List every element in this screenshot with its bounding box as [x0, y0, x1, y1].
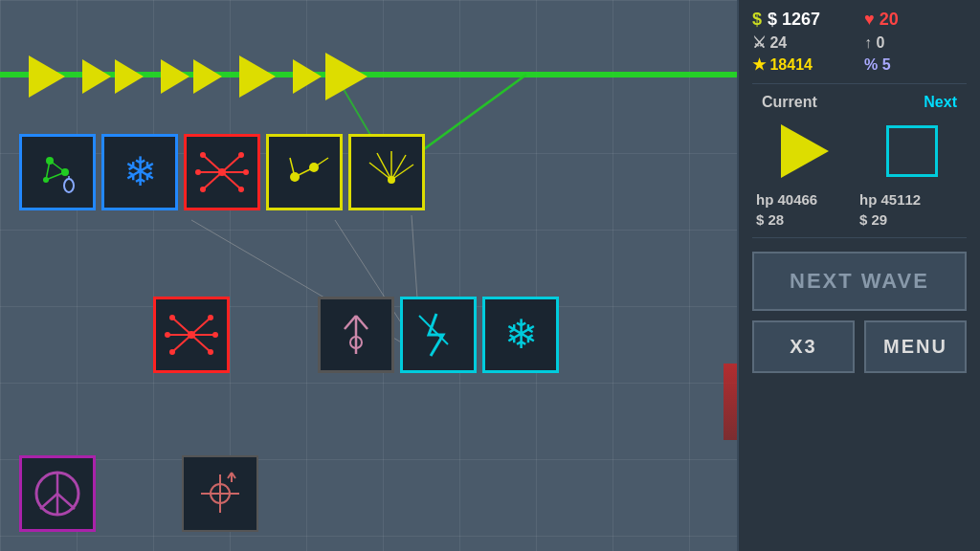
- next-hp: hp 45112: [859, 191, 963, 208]
- tower-empty[interactable]: [318, 297, 394, 373]
- tower-lightning[interactable]: [400, 297, 477, 373]
- svg-line-52: [356, 316, 368, 329]
- right-panel: $ $ 1267 ♥ 20 ⚔ 24 ↑ 0 ★ 18414 % 5 Curre…: [737, 0, 980, 551]
- svg-line-10: [46, 172, 65, 180]
- sword-value: ⚔ 24: [752, 33, 787, 52]
- enemy-1: [29, 55, 65, 98]
- svg-line-38: [172, 318, 191, 335]
- tower-freeze-2[interactable]: ❄: [482, 297, 559, 373]
- svg-point-11: [64, 179, 74, 192]
- svg-line-18: [203, 172, 222, 189]
- svg-line-42: [172, 335, 191, 352]
- sword-stat: ⚔ 24: [752, 33, 855, 52]
- current-cost: $ 28: [756, 211, 859, 228]
- svg-line-41: [191, 335, 211, 352]
- star-value: ★ 18414: [752, 55, 813, 74]
- svg-line-36: [391, 165, 413, 180]
- next-cost: $ 29: [859, 211, 963, 228]
- enemy-3: [161, 59, 222, 94]
- svg-point-25: [195, 169, 201, 175]
- arrow-stat: ↑ 0: [864, 33, 967, 52]
- hp-cost-grid: hp 40466 hp 45112 $ 28 $ 29: [752, 191, 967, 228]
- enemy-row: [29, 53, 368, 100]
- svg-point-44: [169, 315, 175, 320]
- tower-row-2: ❄: [153, 297, 559, 373]
- svg-line-51: [345, 316, 356, 329]
- stats-grid: $ $ 1267 ♥ 20 ⚔ 24 ↑ 0 ★ 18414 % 5: [752, 10, 967, 74]
- tower-freeze[interactable]: ❄: [101, 134, 178, 210]
- current-hp: hp 40466: [756, 191, 859, 208]
- game-area: ❄: [0, 0, 737, 551]
- svg-line-15: [222, 155, 241, 172]
- tower-bottom-left[interactable]: [19, 455, 96, 532]
- poison-icon: [29, 143, 86, 201]
- divider-1: [752, 83, 967, 84]
- speed-button[interactable]: X3: [752, 320, 855, 373]
- triangle-icon: [325, 53, 368, 100]
- arrow-up-icon: [327, 306, 385, 364]
- triangle-icon: [193, 59, 222, 94]
- svg-point-49: [165, 332, 170, 338]
- current-label: Current: [762, 94, 817, 111]
- triangle-icon: [115, 59, 144, 94]
- svg-point-46: [212, 332, 218, 338]
- money-stat: $ $ 1267: [752, 10, 855, 30]
- svg-point-23: [238, 187, 244, 192]
- tower-bottom-center[interactable]: [182, 455, 258, 532]
- svg-line-30: [314, 158, 328, 167]
- current-enemy-icon: [781, 124, 829, 178]
- tower-scatter[interactable]: [348, 134, 425, 210]
- triangle-icon: [29, 55, 65, 98]
- triangle-icon: [82, 59, 111, 94]
- tower-burst-2[interactable]: [153, 297, 230, 373]
- svg-line-58: [57, 494, 75, 509]
- enemy-preview-row: [752, 117, 967, 186]
- money-icon: $: [752, 10, 762, 30]
- svg-line-8: [50, 161, 65, 172]
- snowflake-icon: ❄: [123, 152, 157, 192]
- lightning-icon: [410, 306, 467, 364]
- heart-value: ♥ 20: [864, 10, 899, 30]
- tower-poison[interactable]: [19, 134, 96, 210]
- triangle-icon: [161, 59, 189, 94]
- svg-line-14: [203, 155, 222, 172]
- triangle-icon: [239, 55, 276, 98]
- svg-point-24: [200, 187, 206, 192]
- burst-2-icon: [163, 306, 220, 364]
- svg-line-28: [295, 167, 314, 177]
- enemy-5: [293, 53, 368, 100]
- svg-point-22: [243, 169, 249, 175]
- health-bar: [724, 364, 737, 440]
- current-next-header: Current Next: [752, 94, 967, 111]
- next-enemy-icon: [886, 125, 938, 177]
- tower-row-1: ❄: [19, 134, 425, 210]
- svg-line-39: [191, 318, 211, 335]
- svg-line-32: [369, 163, 391, 180]
- svg-point-48: [169, 349, 175, 355]
- money-value: $ 1267: [768, 10, 820, 30]
- star-stat: ★ 18414: [752, 55, 855, 74]
- divider-2: [752, 237, 967, 238]
- snowflake-cyan-icon: ❄: [504, 315, 538, 355]
- svg-line-33: [377, 153, 391, 180]
- crosshair-icon: [191, 465, 249, 522]
- svg-line-17: [222, 172, 241, 189]
- arrow-value: ↑ 0: [864, 34, 884, 52]
- tower-yellow-dot[interactable]: [266, 134, 343, 210]
- enemy-2: [82, 59, 144, 94]
- triangle-icon: [293, 59, 322, 94]
- heart-stat: ♥ 20: [864, 10, 967, 30]
- bottom-buttons: X3 MENU: [752, 320, 967, 373]
- menu-button[interactable]: MENU: [864, 320, 967, 373]
- next-wave-button[interactable]: NEXT WAVE: [752, 252, 967, 311]
- next-label: Next: [924, 94, 957, 111]
- svg-point-21: [238, 152, 244, 158]
- burst-icon: [193, 143, 251, 201]
- svg-point-20: [200, 152, 206, 158]
- scatter-icon: [358, 143, 415, 201]
- tower-burst[interactable]: [184, 134, 260, 210]
- svg-point-45: [208, 315, 213, 320]
- enemy-4: [239, 55, 276, 98]
- yellow-dot-icon: [276, 143, 333, 201]
- percent-stat: % 5: [864, 55, 967, 74]
